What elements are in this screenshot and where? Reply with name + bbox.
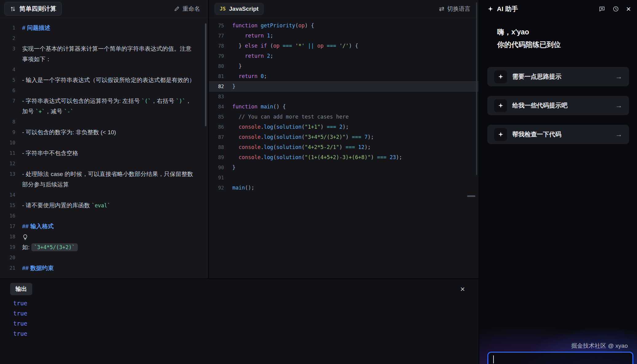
problem-lines: 1# 问题描述2 3实现一个基本的计算器来计算一个简单的字符串表达式的值。注意事… (0, 18, 208, 278)
ai-suggestions: 需要一点思路提示→给我一些代码提示吧→帮我检查一下代码→ (487, 67, 629, 144)
line-number: 16 (0, 211, 22, 221)
code-line[interactable]: 75function getPriority(op) { (209, 21, 478, 31)
code-line-text (232, 92, 235, 102)
arrow-right-icon: → (615, 101, 622, 110)
sparkle-icon (494, 99, 507, 112)
code-line-text: } (232, 81, 235, 92)
code-line-text: console.log(solution("3+4*5/(3+2)") === … (232, 132, 374, 142)
code-line[interactable]: 85 // You can add more test cases here (209, 112, 478, 122)
problem-line-text: ## 输入格式 (22, 221, 208, 232)
code-line-text: return 0; (232, 71, 267, 81)
line-number: 87 (209, 132, 232, 142)
code-line[interactable]: 84function main() { (209, 102, 478, 112)
code-line[interactable]: 77 return 1; (209, 31, 478, 41)
editor-horizontal-scrollbar[interactable] (467, 195, 475, 197)
lightbulb-icon (22, 233, 28, 240)
problem-line: 13- 处理除法 case 的时候，可以直接省略小数部分结果，只保留整数部分参与… (0, 169, 208, 190)
rename-button[interactable]: 重命名 (174, 5, 200, 13)
ai-suggestion-card[interactable]: 帮我检查一下代码→ (487, 125, 629, 144)
code-line[interactable]: 80 } (209, 61, 478, 71)
problem-line-text: - 字符串中不包含空格 (22, 148, 208, 159)
ai-close-button[interactable]: × (626, 5, 631, 13)
line-number: 6 (0, 85, 22, 96)
pencil-icon (174, 6, 180, 12)
code-line[interactable]: 86 console.log(solution("1+1") === 2); (209, 122, 478, 132)
code-line[interactable]: 90} (209, 162, 478, 173)
code-line[interactable]: 79 return 2; (209, 51, 478, 61)
editor-vertical-scrollbar[interactable] (476, 2, 477, 175)
line-number: 85 (209, 112, 232, 122)
code-line[interactable]: 83 (209, 92, 478, 102)
problem-line-text (22, 211, 208, 221)
language-tab-label: JavaScript (229, 6, 258, 12)
problem-line: 20 (0, 252, 208, 263)
problem-panel: 简单四则计算 重命名 1# 问题描述2 3实现一个基本的计算器来计算一个简单的字… (0, 0, 209, 278)
problem-line: 7- 字符串表达式可以包含的运算符号为: 左括号 `(`，右括号 `)`，加号 … (0, 96, 208, 117)
code-line[interactable]: 87 console.log(solution("3+4*5/(3+2)") =… (209, 132, 478, 142)
line-number: 13 (0, 169, 22, 179)
switch-arrows-icon: ⇄ (439, 5, 444, 13)
line-number: 7 (0, 96, 22, 106)
line-number: 15 (0, 200, 22, 211)
editor-panel: JS JavaScript ⇄ 切换语言 75function getPrior… (209, 0, 478, 278)
code-line[interactable]: 92main(); (209, 183, 478, 193)
output-panel: 输出 × truetruetruetrue (0, 278, 478, 364)
ai-header: AI 助手 × (479, 0, 637, 18)
ai-chat-input[interactable] (487, 352, 633, 364)
line-number: 79 (209, 51, 232, 61)
code-line-text: function main() { (232, 102, 286, 112)
ai-panel: AI 助手 × 嗨，x'yao 你的代码陪练已到位 需要一点思路 (478, 0, 637, 364)
code-line-active[interactable]: 82} (209, 81, 478, 92)
line-number: 4 (0, 65, 22, 75)
problem-line: 17## 输入格式 (0, 221, 208, 232)
problem-line: 16 (0, 211, 208, 221)
problem-line: 6 (0, 85, 208, 96)
editor-header: JS JavaScript ⇄ 切换语言 (209, 0, 478, 18)
ai-suggestion-card[interactable]: 给我一些代码提示吧→ (487, 96, 629, 115)
line-number: 75 (209, 21, 232, 31)
problem-line: 9- 可以包含的数字为: 非负整数 (< 10) (0, 127, 208, 138)
code-line[interactable]: 91 (209, 173, 478, 183)
problem-scrollbar[interactable] (205, 23, 206, 126)
problem-line-text: # 问题描述 (22, 23, 208, 33)
problem-title: 简单四则计算 (19, 5, 56, 13)
swap-vertical-icon (10, 6, 16, 12)
output-header: 输出 × (10, 283, 465, 295)
code-line-text: console.log(solution("4+2*5-2/1") === 12… (232, 142, 371, 152)
problem-line-text (22, 85, 208, 96)
code-line[interactable]: 81 return 0; (209, 71, 478, 81)
line-number: 82 (209, 81, 232, 92)
code-line[interactable]: 89 console.log(solution("(1+(4+5+2)-3)+(… (209, 152, 478, 162)
line-number: 77 (209, 31, 232, 41)
problem-line: 1# 问题描述 (0, 23, 208, 33)
line-number: 84 (209, 102, 232, 112)
output-tab[interactable]: 输出 (10, 283, 32, 295)
new-chat-button[interactable] (599, 6, 605, 12)
ai-greeting-line2: 你的代码陪练已到位 (497, 38, 628, 51)
problem-line-text (22, 117, 208, 127)
ai-suggestion-card[interactable]: 需要一点思路提示→ (487, 67, 629, 86)
line-number: 90 (209, 162, 232, 173)
switch-language-button[interactable]: ⇄ 切换语言 (439, 5, 470, 13)
problem-line: 8 (0, 117, 208, 127)
code-line[interactable]: 78 } else if (op === '*' || op === '/') … (209, 41, 478, 51)
ai-sparkle-icon (487, 6, 493, 12)
line-number: 78 (209, 41, 232, 51)
code-line[interactable]: 88 console.log(solution("4+2*5-2/1") ===… (209, 142, 478, 152)
ai-actions: × (599, 5, 631, 13)
line-number: 14 (0, 190, 22, 200)
output-close-button[interactable]: × (460, 285, 465, 293)
problem-line: 12 (0, 159, 208, 169)
language-tab[interactable]: JS JavaScript (214, 3, 264, 15)
history-button[interactable] (612, 6, 619, 12)
sparkle-icon (494, 70, 507, 83)
problem-line-text (22, 33, 208, 44)
problem-line-text (22, 138, 208, 148)
problem-line-text: - 可以包含的数字为: 非负整数 (< 10) (22, 127, 208, 138)
line-number: 81 (209, 71, 232, 81)
problem-line: 11- 字符串中不包含空格 (0, 148, 208, 159)
output-line: true (13, 298, 478, 308)
problem-line-text (22, 159, 208, 169)
line-number: 10 (0, 138, 22, 148)
code-line-text (232, 173, 235, 183)
